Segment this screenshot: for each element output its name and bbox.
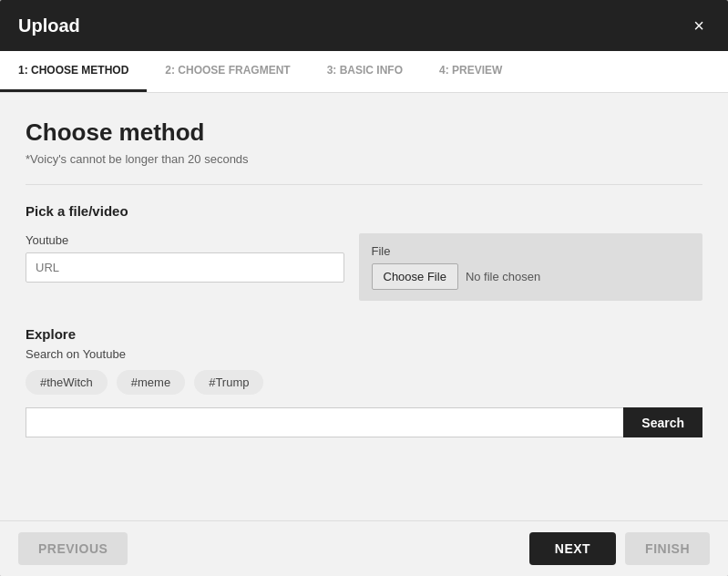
next-button[interactable]: NEXT	[529, 532, 616, 565]
search-row: Search	[26, 407, 702, 437]
tab-choose-fragment[interactable]: 2: CHOOSE FRAGMENT	[147, 51, 308, 92]
search-on-youtube-label: Search on Youtube	[26, 347, 702, 361]
divider	[26, 184, 702, 185]
youtube-url-input[interactable]	[26, 252, 344, 283]
tab-choose-method[interactable]: 1: CHOOSE METHOD	[0, 51, 147, 92]
search-input[interactable]	[26, 407, 623, 437]
choose-file-button[interactable]: Choose File	[372, 263, 458, 290]
footer-left: PREVIOUS	[18, 532, 128, 565]
explore-title: Explore	[26, 326, 702, 342]
previous-button[interactable]: PREVIOUS	[18, 532, 128, 565]
youtube-column: Youtube	[26, 233, 344, 301]
tabs-bar: 1: CHOOSE METHOD 2: CHOOSE FRAGMENT 3: B…	[0, 51, 728, 93]
tags-row: #theWitch #meme #Trump	[26, 370, 702, 395]
upload-modal: Upload × 1: CHOOSE METHOD 2: CHOOSE FRAG…	[0, 0, 728, 576]
tab-preview[interactable]: 4: PREVIEW	[421, 51, 520, 92]
close-button[interactable]: ×	[688, 15, 710, 36]
tab-basic-info[interactable]: 3: BASIC INFO	[309, 51, 421, 92]
tag-theWitch[interactable]: #theWitch	[26, 370, 108, 395]
file-input-row: Choose File No file chosen	[372, 263, 691, 290]
file-label: File	[372, 244, 691, 258]
footer-right: NEXT FINISH	[529, 532, 710, 565]
tag-trump[interactable]: #Trump	[194, 370, 263, 395]
tag-meme[interactable]: #meme	[117, 370, 185, 395]
search-button[interactable]: Search	[623, 407, 702, 437]
section-title: Choose method	[26, 118, 702, 147]
upload-row: Youtube File Choose File No file chosen	[26, 233, 702, 301]
modal-body: Choose method *Voicy's cannot be longer …	[0, 93, 728, 520]
youtube-label: Youtube	[26, 233, 344, 247]
modal-footer: PREVIOUS NEXT FINISH	[0, 520, 728, 576]
file-column: File Choose File No file chosen	[359, 233, 703, 301]
modal-title: Upload	[18, 15, 80, 36]
finish-button[interactable]: FINISH	[625, 532, 710, 565]
pick-title: Pick a file/video	[26, 203, 702, 219]
section-subtitle: *Voicy's cannot be longer than 20 second…	[26, 152, 702, 166]
modal-header: Upload ×	[0, 0, 728, 51]
file-chosen-text: No file chosen	[466, 270, 540, 283]
